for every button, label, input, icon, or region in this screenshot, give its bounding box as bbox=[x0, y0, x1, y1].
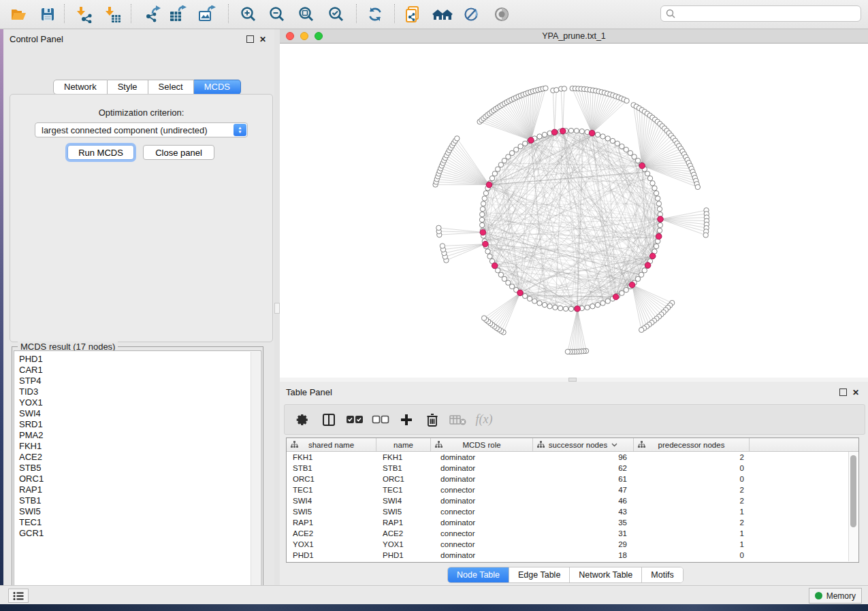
network-canvas[interactable] bbox=[280, 44, 868, 378]
table-row[interactable]: SWI4SWI4dominator462 bbox=[287, 495, 858, 506]
table-row[interactable]: ORC1ORC1dominator610 bbox=[287, 474, 858, 484]
cell-shared-name[interactable]: TEC1 bbox=[287, 486, 376, 494]
cell-predecessors[interactable]: 1 bbox=[634, 508, 750, 516]
cell-shared-name[interactable]: ORC1 bbox=[287, 475, 376, 483]
tab-network-table[interactable]: Network Table bbox=[570, 567, 642, 582]
network-window-titlebar[interactable]: YPA_prune.txt_1 bbox=[280, 29, 868, 44]
cell-shared-name[interactable]: PHD1 bbox=[287, 551, 376, 559]
preview-eye-icon[interactable] bbox=[491, 4, 513, 24]
tab-network[interactable]: Network bbox=[53, 80, 108, 95]
list-item[interactable]: SRD1 bbox=[19, 419, 261, 430]
refresh-view-icon[interactable] bbox=[364, 4, 386, 24]
cell-predecessors[interactable]: 2 bbox=[634, 518, 750, 527]
cell-shared-name[interactable]: ACE2 bbox=[287, 529, 376, 538]
cell-successors[interactable]: 29 bbox=[533, 540, 634, 548]
list-item[interactable]: GCR1 bbox=[19, 528, 261, 539]
tab-node-table[interactable]: Node Table bbox=[448, 567, 509, 582]
splitter-handle[interactable] bbox=[274, 303, 280, 314]
run-mcds-button[interactable]: Run MCDS bbox=[67, 145, 134, 160]
table-row[interactable]: FKH1FKH1dominator962 bbox=[287, 452, 858, 463]
cell-role[interactable]: connector bbox=[431, 540, 533, 548]
table-row[interactable]: YOX1YOX1connector291 bbox=[287, 539, 858, 550]
list-item[interactable]: FKH1 bbox=[19, 441, 261, 452]
export-network-icon[interactable] bbox=[142, 4, 164, 24]
tab-mcds[interactable]: MCDS bbox=[194, 80, 241, 95]
import-table-icon[interactable] bbox=[102, 4, 124, 24]
column-header-name[interactable]: name bbox=[376, 438, 431, 451]
show-columns-icon[interactable] bbox=[316, 413, 342, 427]
cell-role[interactable]: dominator bbox=[431, 453, 533, 461]
save-session-icon[interactable] bbox=[37, 4, 59, 24]
import-network-icon[interactable] bbox=[74, 4, 95, 24]
column-header-predecessor-nodes[interactable]: predecessor nodes bbox=[634, 438, 750, 451]
cell-name[interactable]: PHD1 bbox=[376, 551, 431, 559]
cell-name[interactable]: ACE2 bbox=[376, 529, 431, 538]
delete-table-icon[interactable] bbox=[445, 414, 471, 426]
list-item[interactable]: CAR1 bbox=[19, 365, 261, 376]
cell-successors[interactable]: 61 bbox=[533, 475, 634, 483]
cell-predecessors[interactable]: 0 bbox=[634, 551, 750, 559]
cell-successors[interactable]: 18 bbox=[533, 551, 634, 559]
list-item[interactable]: STB5 bbox=[19, 463, 261, 474]
add-column-icon[interactable] bbox=[393, 413, 419, 427]
cell-predecessors[interactable]: 1 bbox=[634, 540, 750, 548]
deselect-all-checks-icon[interactable] bbox=[368, 415, 393, 425]
zoom-in-icon[interactable] bbox=[238, 4, 259, 24]
panel-list-button[interactable] bbox=[8, 589, 29, 603]
tab-style[interactable]: Style bbox=[108, 80, 148, 95]
cell-predecessors[interactable]: 0 bbox=[634, 464, 750, 472]
close-panel-button[interactable]: Close panel bbox=[143, 145, 214, 160]
column-header-shared-name[interactable]: shared name bbox=[287, 438, 376, 451]
cell-predecessors[interactable]: 1 bbox=[634, 529, 750, 538]
list-item[interactable]: ORC1 bbox=[19, 474, 261, 484]
list-item[interactable]: SWI5 bbox=[19, 506, 261, 517]
table-row[interactable]: ACE2ACE2connector311 bbox=[287, 528, 858, 539]
list-item[interactable]: RAP1 bbox=[19, 484, 261, 495]
cell-name[interactable]: TEC1 bbox=[376, 486, 431, 494]
cell-name[interactable]: YOX1 bbox=[376, 540, 431, 548]
table-row[interactable]: TEC1TEC1connector472 bbox=[287, 484, 858, 495]
cell-name[interactable]: STB1 bbox=[376, 464, 431, 472]
cell-name[interactable]: SWI5 bbox=[376, 508, 431, 516]
memory-button[interactable]: Memory bbox=[809, 588, 862, 604]
search-input[interactable] bbox=[679, 8, 861, 19]
cell-role[interactable]: connector bbox=[431, 486, 533, 494]
list-item[interactable]: STB1 bbox=[19, 495, 261, 506]
cell-successors[interactable]: 35 bbox=[533, 518, 634, 527]
cell-role[interactable]: dominator bbox=[431, 497, 533, 505]
cell-successors[interactable]: 46 bbox=[533, 497, 634, 505]
cell-role[interactable]: dominator bbox=[431, 475, 533, 483]
list-item[interactable]: ACE2 bbox=[19, 452, 261, 463]
cell-successors[interactable]: 31 bbox=[533, 529, 634, 538]
cell-successors[interactable]: 62 bbox=[533, 464, 634, 472]
cell-predecessors[interactable]: 2 bbox=[634, 497, 750, 505]
search-field[interactable] bbox=[660, 5, 861, 22]
delete-column-icon[interactable] bbox=[419, 412, 445, 427]
cell-shared-name[interactable]: YOX1 bbox=[287, 540, 376, 548]
cell-role[interactable]: connector bbox=[431, 508, 533, 516]
table-row[interactable]: RAP1RAP1dominator352 bbox=[287, 517, 858, 528]
cell-shared-name[interactable]: RAP1 bbox=[287, 518, 376, 527]
cell-successors[interactable]: 96 bbox=[533, 453, 634, 461]
cell-shared-name[interactable]: STB1 bbox=[287, 464, 376, 472]
export-table-icon[interactable] bbox=[167, 4, 189, 24]
cell-shared-name[interactable]: SWI5 bbox=[287, 508, 376, 516]
cell-predecessors[interactable]: 2 bbox=[634, 453, 750, 461]
table-row[interactable]: PHD1PHD1dominator180 bbox=[287, 550, 858, 561]
list-item[interactable]: TEC1 bbox=[19, 517, 261, 528]
zoom-selected-icon[interactable] bbox=[325, 4, 347, 24]
zoom-out-icon[interactable] bbox=[266, 4, 288, 24]
cell-name[interactable]: SWI4 bbox=[376, 497, 431, 505]
cell-successors[interactable]: 47 bbox=[533, 486, 634, 494]
network-file-icon[interactable] bbox=[402, 4, 424, 24]
table-row[interactable]: SWI5SWI5connector431 bbox=[287, 506, 858, 517]
home-pair-icon[interactable] bbox=[432, 4, 453, 24]
column-header-successor-nodes[interactable]: successor nodes bbox=[533, 438, 634, 451]
optimization-criterion-select[interactable]: largest connected component (undirected)… bbox=[35, 122, 248, 137]
network-graph[interactable] bbox=[280, 44, 868, 378]
float-panel-icon[interactable] bbox=[839, 389, 847, 396]
tab-select[interactable]: Select bbox=[148, 80, 194, 95]
mcds-list-scrollbar[interactable] bbox=[251, 352, 260, 595]
cell-role[interactable]: dominator bbox=[431, 464, 533, 472]
list-item[interactable]: SWI4 bbox=[19, 408, 261, 419]
